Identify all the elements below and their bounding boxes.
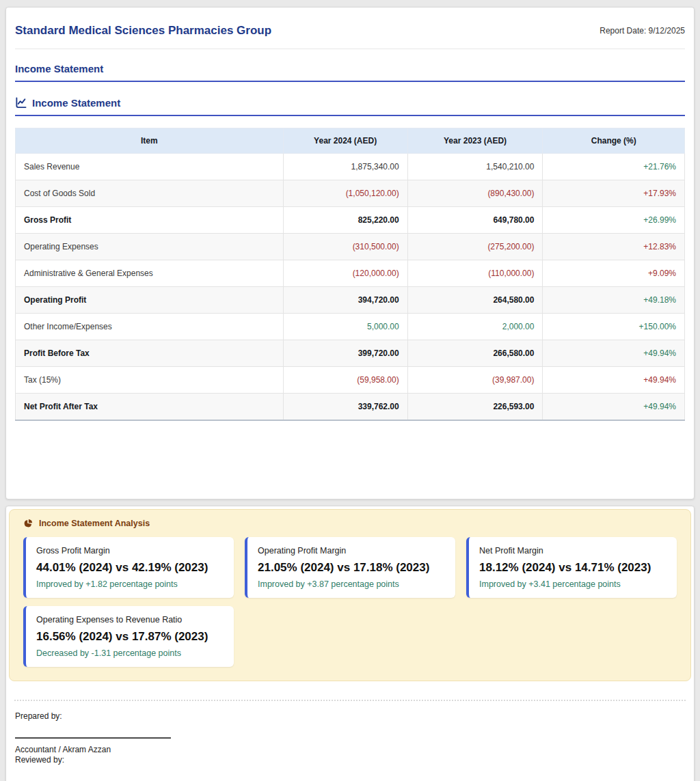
row-change: +49.18% [543, 287, 685, 314]
row-change: +49.94% [543, 367, 685, 394]
accountant-name: Accountant / Akram Azzan [15, 745, 685, 755]
column-header-2023: Year 2023 (AED) [407, 128, 543, 154]
metric-value: 16.56% (2024) vs 17.87% (2023) [36, 630, 224, 644]
row-item-label: Other Income/Expenses [16, 314, 284, 340]
metric-card-net-profit-margin: Net Profit Margin 18.12% (2024) vs 14.71… [466, 537, 677, 598]
row-value-2024: (59,958.00) [283, 367, 407, 394]
analysis-footer-card: Income Statement Analysis Gross Profit M… [5, 506, 695, 781]
table-row: Sales Revenue 1,875,340.00 1,540,210.00 … [16, 154, 685, 180]
metric-note: Improved by +3.87 percentage points [258, 579, 445, 589]
row-value-2023: 649,780.00 [407, 207, 543, 234]
column-header-change: Change (%) [543, 128, 685, 154]
table-row-total: Profit Before Tax 399,720.00 266,580.00 … [16, 340, 685, 367]
header-divider [15, 49, 685, 49]
company-title: Standard Medical Sciences Pharmacies Gro… [15, 24, 271, 38]
signature-line-accountant [15, 722, 171, 739]
analysis-title: Income Statement Analysis [39, 519, 150, 528]
row-value-2024: (120,000.00) [283, 260, 407, 287]
row-value-2023: (110,000.00) [407, 260, 543, 287]
row-change: +17.93% [543, 180, 685, 207]
row-value-2024: 825,220.00 [283, 207, 407, 234]
table-row: Other Income/Expenses 5,000.00 2,000.00 … [16, 314, 685, 340]
row-item-label: Sales Revenue [16, 154, 284, 180]
income-statement-table: Item Year 2024 (AED) Year 2023 (AED) Cha… [15, 128, 685, 421]
row-value-2024: 399,720.00 [283, 340, 407, 367]
row-item-label: Operating Profit [16, 287, 284, 314]
row-value-2024: 1,875,340.00 [283, 154, 407, 180]
column-header-item: Item [16, 128, 284, 154]
row-value-2023: (39,987.00) [407, 367, 543, 394]
table-row: Tax (15%) (59,958.00) (39,987.00) +49.94… [16, 367, 685, 394]
signature-line-manager [15, 765, 171, 781]
row-item-label: Operating Expenses [16, 234, 284, 260]
row-value-2023: 226,593.00 [407, 394, 543, 421]
row-change: +150.00% [543, 314, 685, 340]
analysis-header: Income Statement Analysis [23, 519, 677, 528]
table-title: Income Statement [32, 97, 120, 109]
table-section-heading: Income Statement [15, 97, 685, 116]
signature-block: Prepared by: Accountant / Akram Azzan Re… [9, 701, 691, 781]
row-value-2023: (890,430.00) [407, 180, 543, 207]
row-value-2023: 264,580.00 [407, 287, 543, 314]
table-row-total: Net Profit After Tax 339,762.00 226,593.… [16, 394, 685, 421]
row-change: +26.99% [543, 207, 685, 234]
table-row-total: Gross Profit 825,220.00 649,780.00 +26.9… [16, 207, 685, 234]
row-item-label: Net Profit After Tax [16, 394, 284, 421]
row-item-label: Cost of Goods Sold [16, 180, 284, 207]
metric-title: Gross Profit Margin [36, 546, 224, 556]
row-change: +12.83% [543, 234, 685, 260]
row-value-2023: 266,580.00 [407, 340, 543, 367]
row-value-2024: 339,762.00 [283, 394, 407, 421]
metric-card-operating-profit-margin: Operating Profit Margin 21.05% (2024) vs… [245, 537, 455, 598]
table-row: Operating Expenses (310,500.00) (275,200… [16, 234, 685, 260]
table-row-total: Operating Profit 394,720.00 264,580.00 +… [16, 287, 685, 314]
metric-value: 44.01% (2024) vs 42.19% (2023) [36, 561, 224, 575]
table-row: Administrative & General Expenses (120,0… [16, 260, 685, 287]
row-item-label: Profit Before Tax [16, 340, 284, 367]
pie-chart-icon [23, 519, 33, 528]
row-value-2023: 1,540,210.00 [407, 154, 543, 180]
metric-title: Net Profit Margin [479, 546, 667, 556]
statement-section-heading: Income Statement [15, 63, 685, 82]
row-value-2024: (1,050,120.00) [283, 180, 407, 207]
table-row: Cost of Goods Sold (1,050,120.00) (890,4… [16, 180, 685, 207]
row-change: +49.94% [543, 340, 685, 367]
row-item-label: Tax (15%) [16, 367, 284, 394]
row-item-label: Administrative & General Expenses [16, 260, 284, 287]
row-value-2023: (275,200.00) [407, 234, 543, 260]
report-date: Report Date: 9/12/2025 [600, 26, 685, 36]
row-value-2023: 2,000.00 [407, 314, 543, 340]
metric-card-opex-revenue-ratio: Operating Expenses to Revenue Ratio 16.5… [23, 606, 234, 667]
statement-title: Income Statement [15, 63, 103, 74]
report-header: Standard Medical Sciences Pharmacies Gro… [15, 8, 685, 38]
metric-value: 18.12% (2024) vs 14.71% (2023) [479, 561, 667, 575]
row-value-2024: 394,720.00 [283, 287, 407, 314]
metric-note: Improved by +1.82 percentage points [36, 579, 224, 589]
row-item-label: Gross Profit [16, 207, 284, 234]
metric-grid: Gross Profit Margin 44.01% (2024) vs 42.… [23, 537, 677, 667]
column-header-2024: Year 2024 (AED) [283, 128, 407, 154]
report-card: Standard Medical Sciences Pharmacies Gro… [5, 7, 695, 499]
metric-title: Operating Expenses to Revenue Ratio [36, 615, 224, 625]
chart-line-icon [15, 97, 27, 109]
row-change: +49.94% [543, 394, 685, 421]
analysis-panel: Income Statement Analysis Gross Profit M… [9, 509, 691, 681]
row-change: +9.09% [543, 260, 685, 287]
table-header-row: Item Year 2024 (AED) Year 2023 (AED) Cha… [16, 128, 685, 154]
reviewed-by-label: Reviewed by: [15, 755, 685, 765]
metric-title: Operating Profit Margin [258, 546, 445, 556]
row-change: +21.76% [543, 154, 685, 180]
metric-value: 21.05% (2024) vs 17.18% (2023) [258, 561, 445, 575]
metric-card-gross-profit-margin: Gross Profit Margin 44.01% (2024) vs 42.… [23, 537, 234, 598]
row-value-2024: 5,000.00 [283, 314, 407, 340]
row-value-2024: (310,500.00) [283, 234, 407, 260]
metric-note: Decreased by -1.31 percentage points [36, 648, 224, 658]
metric-note: Improved by +3.41 percentage points [479, 579, 667, 589]
prepared-by-label: Prepared by: [15, 711, 685, 722]
